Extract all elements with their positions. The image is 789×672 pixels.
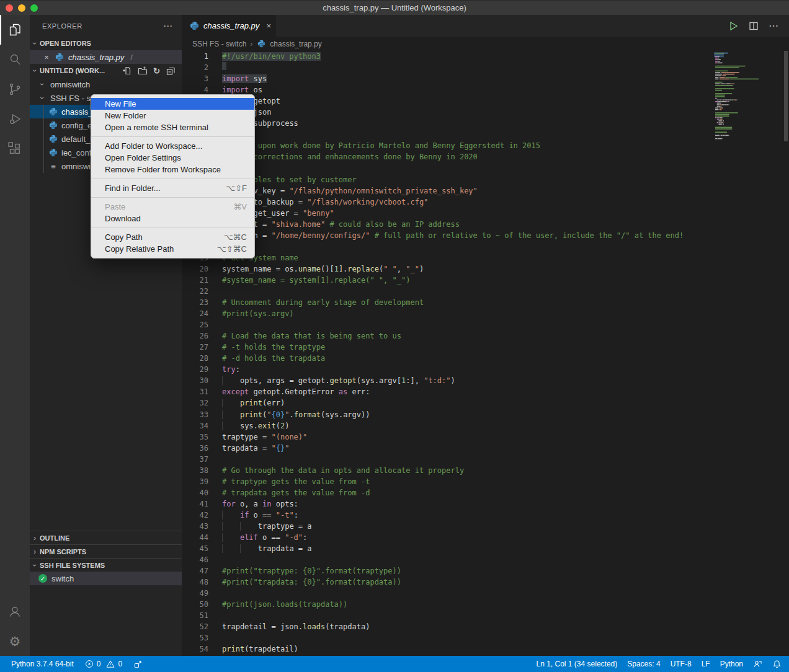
line-number[interactable]: 3 [182, 73, 208, 84]
line-number[interactable]: 43 [182, 521, 208, 532]
code-line[interactable]: 52trapdetail = json.loads(trapdata) [182, 621, 789, 632]
code-line[interactable]: 17ssh_path = "/home/benny/configs/" # fu… [182, 230, 789, 241]
code-line[interactable]: 5import getopt [182, 95, 789, 107]
menu-item-open-folder-settings[interactable]: Open Folder Settings [91, 152, 254, 164]
line-number[interactable]: 32 [182, 397, 208, 409]
code-line[interactable]: 24#print(sys.argv) [182, 308, 789, 319]
line-number[interactable]: 44 [182, 532, 208, 543]
line-number[interactable]: 48 [182, 577, 208, 588]
menu-item-remove-folder-from-workspace[interactable]: Remove Folder from Workspace [91, 164, 254, 175]
menu-item-find-in-folder[interactable]: Find in Folder...⌥⇧F [91, 182, 254, 194]
code-line[interactable]: 3import sys [182, 73, 789, 84]
more-editor-actions-icon[interactable]: ⋯ [769, 20, 779, 32]
code-line[interactable]: 34 sys.exit(2) [182, 420, 789, 431]
line-number[interactable]: 46 [182, 554, 208, 565]
code-line[interactable]: 35traptype = "(none)" [182, 431, 789, 443]
new-file-icon[interactable] [122, 66, 132, 76]
code-line[interactable]: 2 [182, 62, 789, 73]
code-line[interactable]: 45 trapdata = a [182, 543, 789, 554]
code-line[interactable]: 30 opts, args = getopt.getopt(sys.argv[1… [182, 375, 789, 386]
code-line[interactable]: 23# Uncomment during early stage of deve… [182, 297, 789, 308]
code-editor[interactable]: 1#!/usr/bin/env python323import sys4impo… [182, 51, 789, 656]
line-number[interactable]: 33 [182, 409, 208, 420]
code-line[interactable]: 49 [182, 588, 789, 599]
notifications-bell-icon[interactable] [772, 660, 782, 669]
line-number[interactable]: 38 [182, 465, 208, 476]
line-number[interactable]: 30 [182, 375, 208, 386]
code-line[interactable]: 18 [182, 241, 789, 252]
launch-icon[interactable] [133, 660, 143, 669]
code-line[interactable]: 8 [182, 129, 789, 140]
code-line[interactable]: 20system_name = os.uname()[1].replace(" … [182, 263, 789, 275]
line-number[interactable]: 54 [182, 643, 208, 655]
close-tab-icon[interactable]: × [266, 21, 271, 30]
breadcrumb-file[interactable]: chassis_trap.py [270, 40, 321, 48]
code-line[interactable]: 39# traptype gets the value from -t [182, 476, 789, 487]
code-line[interactable]: 1#!/usr/bin/env python3 [182, 51, 789, 62]
search-icon[interactable] [0, 45, 30, 74]
line-number[interactable]: 53 [182, 632, 208, 643]
cursor-position[interactable]: Ln 1, Col 1 (34 selected) [537, 660, 618, 668]
line-number[interactable]: 2 [182, 62, 208, 73]
language-mode[interactable]: Python [720, 660, 743, 668]
indentation[interactable]: Spaces: 4 [627, 660, 660, 668]
code-line[interactable]: 43 traptype = a [182, 521, 789, 532]
line-number[interactable]: 29 [182, 364, 208, 375]
code-line[interactable]: 27# -t holds the traptype [182, 342, 789, 353]
code-line[interactable]: 44 elif o == "-d": [182, 532, 789, 543]
menu-item-copy-relative-path[interactable]: Copy Relative Path⌥⇧⌘C [91, 243, 254, 255]
code-line[interactable]: 13ssh_priv_key = "/flash/python/omniswit… [182, 185, 789, 197]
line-number[interactable]: 27 [182, 342, 208, 353]
run-python-file-icon[interactable] [728, 20, 739, 32]
panel-header-outline[interactable]: ›OUTLINE [30, 531, 182, 544]
minimap[interactable] [713, 51, 783, 156]
code-line[interactable]: 15ssh_target_user = "benny" [182, 208, 789, 219]
code-line[interactable]: 40# trapdata gets the value from -d [182, 487, 789, 498]
line-number[interactable]: 31 [182, 386, 208, 397]
line-number[interactable]: 45 [182, 543, 208, 554]
scrollbar-thumb[interactable] [784, 51, 788, 141]
code-line[interactable]: 32 print(err) [182, 397, 789, 409]
code-line[interactable]: 4import os [182, 84, 789, 95]
code-line[interactable]: 26# Load the data that is being sent to … [182, 330, 789, 342]
more-actions-icon[interactable]: ⋯ [163, 20, 173, 32]
code-line[interactable]: 38# Go through the data in opts and allo… [182, 465, 789, 476]
line-number[interactable]: 50 [182, 599, 208, 610]
menu-item-add-folder-to-workspace[interactable]: Add Folder to Workspace... [91, 140, 254, 152]
folder-omniswitch[interactable]: ›omniswitch [30, 77, 182, 91]
code-line[interactable]: 28# -d holds the trapdata [182, 353, 789, 364]
line-number[interactable]: 40 [182, 487, 208, 498]
line-number[interactable]: 52 [182, 621, 208, 632]
code-line[interactable]: 16ssh_host = "shiva.home" # could also b… [182, 219, 789, 230]
code-line[interactable]: 33 print("{0}".format(sys.argv)) [182, 409, 789, 420]
code-line[interactable]: 42 if o == "-t": [182, 510, 789, 521]
line-number[interactable]: 51 [182, 610, 208, 621]
code-line[interactable]: 10# Some corrections and enhancements do… [182, 151, 789, 162]
code-line[interactable]: 48#print("trapdata: {0}".format(trapdata… [182, 577, 789, 588]
line-number[interactable]: 42 [182, 510, 208, 521]
code-line[interactable]: 25 [182, 319, 789, 330]
menu-item-new-folder[interactable]: New Folder [91, 110, 254, 122]
code-line[interactable]: 9# Based upon work done by Patricio Mart… [182, 140, 789, 151]
line-number[interactable]: 47 [182, 565, 208, 577]
code-line[interactable]: 7import subprocess [182, 118, 789, 129]
code-line[interactable]: 11 [182, 162, 789, 174]
menu-item-open-a-remote-ssh-terminal[interactable]: Open a remote SSH terminal [91, 122, 254, 133]
line-number[interactable]: 23 [182, 297, 208, 308]
run-debug-icon[interactable] [0, 104, 30, 134]
code-line[interactable]: 47#print("traptype: {0}".format(traptype… [182, 565, 789, 577]
line-number[interactable]: 39 [182, 476, 208, 487]
collapse-all-icon[interactable] [166, 66, 176, 76]
code-line[interactable]: 29try: [182, 364, 789, 375]
problems-indicator[interactable]: 0 0 [85, 660, 122, 668]
account-icon[interactable] [0, 596, 30, 626]
code-line[interactable]: 19# Get system name [182, 252, 789, 263]
code-line[interactable]: 50#print(json.loads(trapdata)) [182, 599, 789, 610]
code-line[interactable]: 51 [182, 610, 789, 621]
code-line[interactable]: 12# Variables to set by customer [182, 174, 789, 185]
menu-item-new-file[interactable]: New File [91, 98, 254, 110]
code-line[interactable]: 22 [182, 286, 789, 297]
breadcrumb-folder[interactable]: SSH FS - switch [192, 40, 246, 48]
code-line[interactable]: 54print(trapdetail) [182, 643, 789, 655]
line-number[interactable]: 37 [182, 454, 208, 465]
